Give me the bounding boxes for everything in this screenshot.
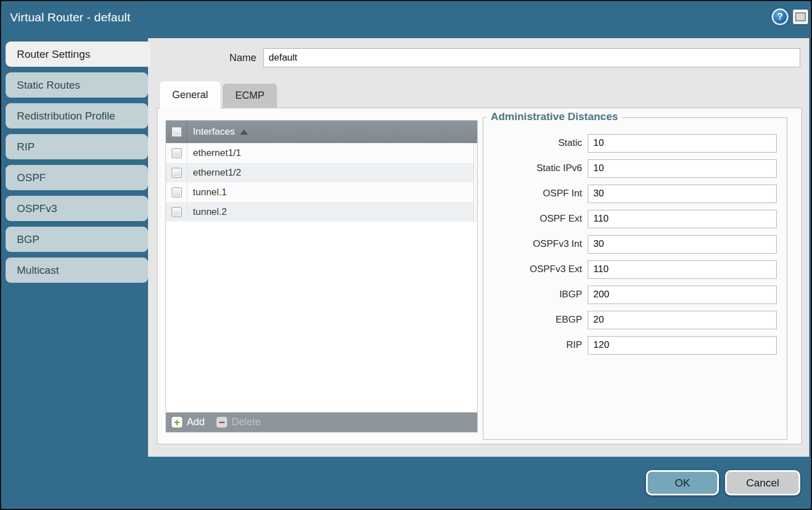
content-area: Name General ECMP Interfaces — [148, 38, 809, 457]
general-tab-panel: Interfaces ethernet1/1 — [157, 108, 802, 444]
ospf-ext-label: OSPF Ext — [483, 213, 588, 224]
field-row-ebgp: EBGP — [483, 310, 787, 329]
window-restore-icon[interactable] — [793, 10, 808, 24]
delete-button-label: Delete — [232, 416, 261, 428]
help-icon-glyph: ? — [777, 12, 783, 22]
add-button-label: Add — [187, 416, 205, 428]
static-ipv6-label: Static IPv6 — [483, 163, 588, 174]
ebgp-input[interactable] — [588, 311, 777, 329]
sidebar-item-ospfv3[interactable]: OSPFv3 — [6, 196, 148, 221]
sidebar-item-bgp[interactable]: BGP — [6, 227, 148, 252]
static-input[interactable] — [588, 134, 777, 153]
sidebar-item-redistribution-profile[interactable]: Redistribution Profile — [6, 103, 148, 128]
sort-ascending-icon[interactable] — [240, 130, 248, 135]
static-label: Static — [483, 137, 588, 149]
field-row-static: Static — [483, 134, 787, 153]
field-row-ospf-ext: OSPF Ext — [483, 209, 787, 228]
ospf-int-input[interactable] — [588, 185, 777, 203]
cancel-button[interactable]: Cancel — [725, 470, 800, 495]
interface-name: tunnel.1 — [187, 182, 227, 202]
add-icon: + — [171, 416, 183, 428]
select-all-checkbox[interactable] — [172, 127, 182, 137]
ospfv3-int-input[interactable] — [588, 235, 777, 254]
administrative-distances-fieldset: Administrative Distances Static Static I… — [483, 117, 787, 440]
row-checkbox[interactable] — [172, 187, 182, 197]
table-row-ethernet1-1[interactable]: ethernet1/1 — [166, 143, 477, 163]
row-checkbox[interactable] — [172, 148, 182, 158]
sidebar-item-static-routes[interactable]: Static Routes — [6, 72, 148, 98]
sidebar-item-rip[interactable]: RIP — [6, 134, 148, 159]
interface-name: ethernet1/2 — [187, 163, 241, 182]
ibgp-input[interactable] — [588, 286, 777, 304]
field-row-ospfv3-ext: OSPFv3 Ext — [483, 260, 787, 279]
administrative-distances-rows: Static Static IPv6 OSPF Int OSPF Ext — [483, 134, 787, 361]
sidebar-item-ospf[interactable]: OSPF — [6, 165, 148, 190]
administrative-distances-legend: Administrative Distances — [487, 111, 622, 123]
ospfv3-ext-label: OSPFv3 Ext — [483, 264, 588, 275]
sidebar: Router Settings Static Routes Redistribu… — [6, 42, 148, 283]
field-row-ibgp: IBGP — [483, 285, 787, 304]
tab-general[interactable]: General — [160, 81, 220, 108]
table-scrollbar[interactable] — [473, 143, 477, 222]
interface-name: tunnel.2 — [187, 202, 227, 222]
table-row-ethernet1-2[interactable]: ethernet1/2 — [166, 163, 477, 182]
interfaces-table-header: Interfaces — [166, 121, 477, 143]
header-checkbox-cell — [166, 121, 187, 143]
sidebar-item-router-settings[interactable]: Router Settings — [6, 42, 150, 67]
ebgp-label: EBGP — [483, 314, 588, 325]
field-row-ospf-int: OSPF Int — [483, 184, 787, 203]
ok-button[interactable]: OK — [646, 470, 719, 495]
rip-label: RIP — [483, 339, 588, 351]
ibgp-label: IBGP — [483, 289, 588, 300]
interfaces-column-header[interactable]: Interfaces — [193, 126, 235, 137]
interface-name: ethernet1/1 — [187, 143, 241, 163]
add-button[interactable]: + Add — [171, 416, 205, 428]
help-icon[interactable]: ? — [772, 8, 788, 25]
delete-icon: − — [216, 416, 228, 428]
delete-button[interactable]: − Delete — [216, 416, 261, 428]
dialog-title: Virtual Router - default — [10, 11, 131, 24]
virtual-router-dialog: Virtual Router - default ? Router Settin… — [0, 0, 812, 510]
static-ipv6-input[interactable] — [588, 159, 777, 178]
interfaces-table-body: ethernet1/1 ethernet1/2 tunnel.1 — [166, 143, 477, 412]
row-checkbox-cell — [166, 202, 187, 222]
name-input[interactable] — [263, 48, 800, 67]
ospfv3-ext-input[interactable] — [588, 260, 777, 279]
interfaces-table: Interfaces ethernet1/1 — [165, 120, 478, 433]
window-restore-icon-inner — [795, 12, 806, 21]
field-row-rip: RIP — [483, 336, 787, 355]
row-checkbox-cell — [166, 182, 187, 202]
field-row-ospfv3-int: OSPFv3 Int — [483, 235, 787, 254]
ospf-int-label: OSPF Int — [483, 188, 588, 199]
tab-ecmp[interactable]: ECMP — [223, 84, 277, 108]
field-row-static-ipv6: Static IPv6 — [483, 159, 787, 178]
name-label: Name — [148, 48, 256, 67]
rip-input[interactable] — [588, 336, 777, 355]
row-checkbox-cell — [166, 163, 187, 182]
ospf-ext-input[interactable] — [588, 210, 777, 228]
row-checkbox-cell — [166, 143, 187, 163]
table-row-tunnel-1[interactable]: tunnel.1 — [166, 182, 477, 202]
interfaces-table-footer: + Add − Delete — [166, 412, 477, 432]
row-checkbox[interactable] — [172, 207, 182, 217]
table-row-tunnel-2[interactable]: tunnel.2 — [166, 202, 477, 222]
ospfv3-int-label: OSPFv3 Int — [483, 238, 588, 250]
row-checkbox[interactable] — [172, 168, 182, 178]
sidebar-item-multicast[interactable]: Multicast — [6, 258, 148, 283]
